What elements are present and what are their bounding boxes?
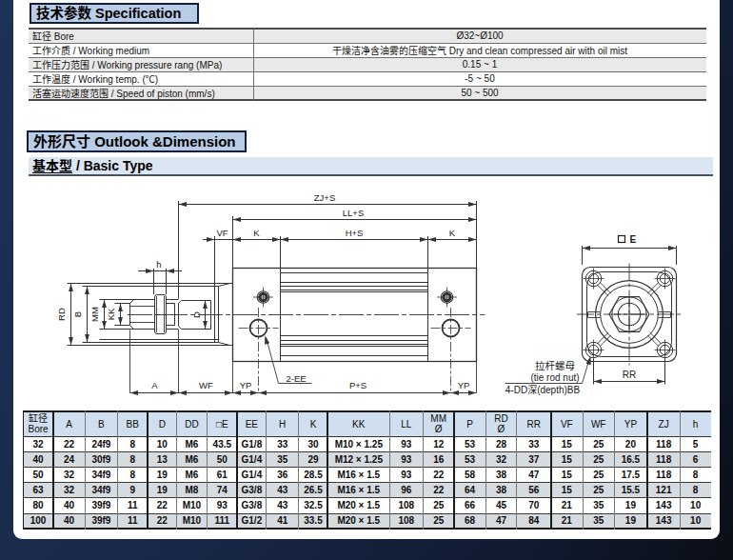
svg-text:K: K — [253, 228, 260, 238]
svg-text:WF: WF — [199, 380, 213, 390]
svg-text:P+S: P+S — [349, 380, 366, 390]
svg-text:2-EE: 2-EE — [286, 373, 306, 384]
svg-text:RR: RR — [623, 370, 636, 380]
svg-text:LL+S: LL+S — [343, 208, 364, 218]
svg-text:A: A — [151, 380, 158, 390]
svg-text:K: K — [449, 228, 456, 238]
svg-text:H+S: H+S — [346, 228, 364, 238]
svg-text:YP: YP — [240, 380, 252, 390]
svg-text:VF: VF — [216, 228, 228, 238]
svg-text:4-DD深(depth)BB: 4-DD深(depth)BB — [505, 385, 581, 395]
svg-text:RD: RD — [56, 308, 67, 321]
svg-text:E: E — [630, 234, 637, 245]
svg-text:KK: KK — [106, 308, 116, 320]
svg-text:(tie rod nut): (tie rod nut) — [530, 372, 579, 383]
svg-text:MM: MM — [89, 307, 100, 322]
svg-text:h: h — [156, 259, 161, 270]
svg-text:拉杆螺母: 拉杆螺母 — [535, 360, 575, 371]
svg-text:YP: YP — [458, 380, 470, 390]
svg-text:B: B — [72, 311, 83, 317]
svg-text:ZJ+S: ZJ+S — [314, 192, 335, 203]
